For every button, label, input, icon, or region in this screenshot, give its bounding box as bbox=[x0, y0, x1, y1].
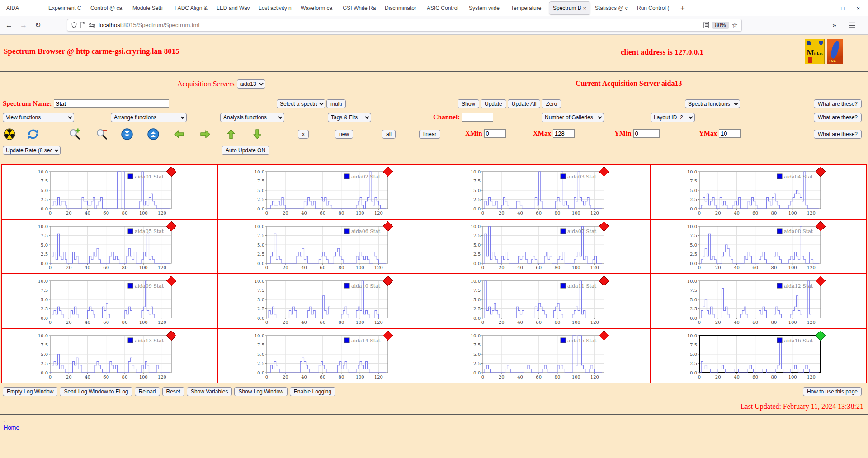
shield-icon[interactable] bbox=[71, 22, 77, 28]
reload-icon[interactable]: ↻ bbox=[33, 21, 43, 29]
spectrum-plot-aida05[interactable]: 0204060801001200.02.55.07.510.0aida05 St… bbox=[35, 221, 184, 272]
arrow-up-icon[interactable] bbox=[225, 128, 237, 140]
tab-statistics-c[interactable]: Statistics @ c bbox=[591, 2, 632, 14]
empty-log-window-button[interactable]: Empty Log Window bbox=[3, 387, 57, 396]
window-maximize-icon[interactable]: □ bbox=[841, 5, 845, 12]
xmin-input[interactable] bbox=[484, 129, 506, 138]
arrow-left-icon[interactable] bbox=[173, 128, 185, 140]
number-of-galleries-select[interactable]: Number of Galleries bbox=[542, 113, 604, 122]
spectra-functions-select[interactable]: Spectra functions bbox=[685, 99, 740, 108]
update-button[interactable]: Update bbox=[481, 99, 506, 108]
gallery-cell-aida10[interactable]: 0204060801001200.02.55.07.510.0aida10 St… bbox=[218, 274, 434, 328]
spectrum-plot-aida09[interactable]: 0204060801001200.02.55.07.510.0aida09 St… bbox=[35, 276, 184, 327]
gallery-cell-aida09[interactable]: 0204060801001200.02.55.07.510.0aida09 St… bbox=[1, 274, 218, 328]
gallery-cell-aida03[interactable]: 0204060801001200.02.55.07.510.0aida03 St… bbox=[434, 164, 651, 219]
show-button[interactable]: Show bbox=[458, 99, 479, 108]
arrow-right-icon[interactable] bbox=[199, 128, 211, 140]
spectrum-plot-aida16[interactable]: 0204060801001200.02.55.07.510.0aida16 St… bbox=[684, 331, 833, 381]
show-log-window-button[interactable]: Show Log Window bbox=[234, 387, 287, 396]
tab-led-and-wav[interactable]: LED and Wav bbox=[213, 2, 254, 14]
analysis-functions-select[interactable]: Analysis functions bbox=[220, 113, 284, 122]
tab-asic-control[interactable]: ASIC Control bbox=[423, 2, 464, 14]
zoom-in-icon[interactable] bbox=[69, 128, 80, 140]
spectrum-plot-aida07[interactable]: 0204060801001200.02.55.07.510.0aida07 St… bbox=[467, 221, 617, 272]
gallery-cell-aida01[interactable]: 0204060801001200.02.55.07.510.0aida01 St… bbox=[1, 164, 218, 219]
arrange-functions-select[interactable]: Arrange functions bbox=[111, 113, 187, 122]
spectrum-plot-aida14[interactable]: 0204060801001200.02.55.07.510.0aida14 St… bbox=[251, 331, 401, 381]
gallery-cell-aida06[interactable]: 0204060801001200.02.55.07.510.0aida06 St… bbox=[218, 219, 434, 274]
new-button[interactable]: new bbox=[335, 130, 353, 139]
gallery-cell-aida05[interactable]: 0204060801001200.02.55.07.510.0aida05 St… bbox=[1, 219, 218, 274]
tab-waveform-ca[interactable]: Waveform ca bbox=[297, 2, 338, 14]
spectrum-plot-aida15[interactable]: 0204060801001200.02.55.07.510.0aida15 St… bbox=[467, 331, 617, 381]
reload-button[interactable]: Reload bbox=[135, 387, 160, 396]
what-are-these-button-1[interactable]: What are these? bbox=[814, 99, 862, 108]
spectrum-plot-aida01[interactable]: 0204060801001200.02.55.07.510.0aida01 St… bbox=[35, 167, 184, 217]
new-tab-button[interactable]: + bbox=[678, 4, 688, 13]
tab-control-ca[interactable]: Control @ ca bbox=[87, 2, 127, 14]
channel-input[interactable] bbox=[462, 113, 493, 122]
window-minimize-icon[interactable]: – bbox=[826, 5, 829, 12]
all-button[interactable]: all bbox=[382, 130, 396, 139]
gallery-cell-aida15[interactable]: 0204060801001200.02.55.07.510.0aida15 St… bbox=[434, 328, 651, 383]
toolbar-overflow-icon[interactable]: » bbox=[832, 21, 835, 29]
layout-id-select[interactable]: Layout ID=2 bbox=[651, 113, 695, 122]
spectrum-plot-aida11[interactable]: 0204060801001200.02.55.07.510.0aida11 St… bbox=[467, 276, 617, 327]
tab-spectrum-b[interactable]: Spectrum B× bbox=[549, 2, 590, 14]
how-to-use-this-page-button[interactable]: How to use this page bbox=[803, 387, 862, 396]
spectrum-plot-aida13[interactable]: 0204060801001200.02.55.07.510.0aida13 St… bbox=[35, 331, 184, 381]
window-close-icon[interactable]: × bbox=[856, 5, 860, 12]
home-link[interactable]: Home bbox=[4, 424, 19, 431]
update-rate-select[interactable]: Update Rate (8 secs) bbox=[3, 146, 61, 155]
gallery-cell-aida08[interactable]: 0204060801001200.02.55.07.510.0aida08 St… bbox=[651, 219, 867, 274]
gallery-cell-aida16[interactable]: 0204060801001200.02.55.07.510.0aida16 St… bbox=[651, 328, 867, 383]
spectrum-plot-aida08[interactable]: 0204060801001200.02.55.07.510.0aida08 St… bbox=[684, 221, 833, 272]
tab-aida[interactable]: AIDA bbox=[3, 2, 43, 14]
tab-module-setti[interactable]: Module Setti bbox=[129, 2, 170, 14]
reader-mode-icon[interactable] bbox=[703, 22, 709, 28]
spectrum-plot-aida03[interactable]: 0204060801001200.02.55.07.510.0aida03 St… bbox=[467, 167, 617, 217]
arrow-down-icon[interactable] bbox=[251, 128, 263, 140]
x-button[interactable]: x bbox=[298, 130, 309, 139]
tab-fadc-align[interactable]: FADC Align & bbox=[171, 2, 212, 14]
spectrum-plot-aida02[interactable]: 0204060801001200.02.55.07.510.0aida02 St… bbox=[251, 167, 401, 217]
acquisition-server-select[interactable]: aida13 bbox=[237, 79, 265, 89]
permissions-icon[interactable] bbox=[89, 23, 96, 28]
spectrum-name-input[interactable] bbox=[54, 99, 169, 108]
xmax-input[interactable] bbox=[553, 129, 575, 138]
zoom-level-badge[interactable]: 80% bbox=[712, 22, 729, 29]
enable-logging-button[interactable]: Enable Logging bbox=[290, 387, 335, 396]
multi-button[interactable]: multi bbox=[326, 99, 346, 108]
tcl-logo[interactable]: TCL bbox=[827, 39, 843, 64]
zero-button[interactable]: Zero bbox=[542, 99, 561, 108]
gallery-cell-aida04[interactable]: 0204060801001200.02.55.07.510.0aida04 St… bbox=[651, 164, 867, 219]
tab-gsi-white-ra[interactable]: GSI White Ra bbox=[339, 2, 380, 14]
auto-update-button[interactable]: Auto Update ON bbox=[222, 146, 269, 155]
midas-logo[interactable]: Midas bbox=[805, 39, 825, 64]
expand-y-icon[interactable] bbox=[147, 128, 159, 140]
collapse-y-icon[interactable] bbox=[121, 128, 133, 140]
menu-hamburger-icon[interactable] bbox=[848, 22, 855, 28]
gallery-cell-aida11[interactable]: 0204060801001200.02.55.07.510.0aida11 St… bbox=[434, 274, 651, 328]
view-functions-select[interactable]: View functions bbox=[3, 113, 74, 122]
spectrum-plot-aida04[interactable]: 0204060801001200.02.55.07.510.0aida04 St… bbox=[684, 167, 833, 217]
tab-run-control[interactable]: Run Control ( bbox=[633, 2, 674, 14]
gallery-cell-aida02[interactable]: 0204060801001200.02.55.07.510.0aida02 St… bbox=[218, 164, 434, 219]
forward-icon[interactable]: → bbox=[18, 21, 29, 29]
update-all-button[interactable]: Update All bbox=[508, 99, 541, 108]
what-are-these-button-2[interactable]: What are these? bbox=[814, 113, 862, 122]
bookmark-star-icon[interactable]: ☆ bbox=[732, 21, 738, 29]
gallery-cell-aida14[interactable]: 0204060801001200.02.55.07.510.0aida14 St… bbox=[218, 328, 434, 383]
radiation-icon[interactable] bbox=[4, 128, 15, 140]
linear-button[interactable]: linear bbox=[419, 130, 440, 139]
spectrum-plot-aida10[interactable]: 0204060801001200.02.55.07.510.0aida10 St… bbox=[251, 276, 401, 327]
tab-close-icon[interactable]: × bbox=[583, 5, 586, 12]
gallery-cell-aida12[interactable]: 0204060801001200.02.55.07.510.0aida12 St… bbox=[651, 274, 867, 328]
gallery-cell-aida07[interactable]: 0204060801001200.02.55.07.510.0aida07 St… bbox=[434, 219, 651, 274]
gallery-cell-aida13[interactable]: 0204060801001200.02.55.07.510.0aida13 St… bbox=[1, 328, 218, 383]
page-icon[interactable] bbox=[80, 22, 86, 28]
ymin-input[interactable] bbox=[633, 129, 660, 138]
tab-temperature[interactable]: Temperature bbox=[507, 2, 548, 14]
url-bar[interactable]: localhost:8015/Spectrum/Spectrum.tml 80%… bbox=[67, 19, 742, 32]
spectrum-plot-aida12[interactable]: 0204060801001200.02.55.07.510.0aida12 St… bbox=[684, 276, 833, 327]
